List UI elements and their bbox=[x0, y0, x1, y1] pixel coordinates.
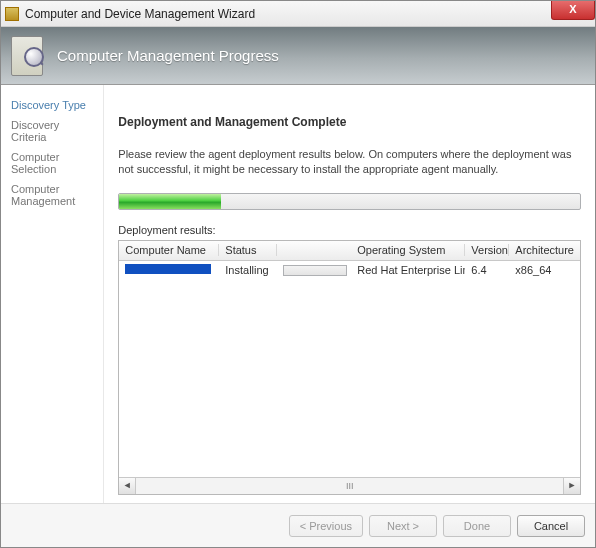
row-progress-bar bbox=[283, 265, 347, 276]
done-button[interactable]: Done bbox=[443, 515, 511, 537]
main-panel: Deployment and Management Complete Pleas… bbox=[104, 85, 595, 503]
sidebar-step-discovery-type[interactable]: Discovery Type bbox=[9, 95, 95, 115]
scroll-track[interactable]: III bbox=[136, 481, 563, 491]
magnifier-icon bbox=[11, 36, 43, 76]
sidebar-step-computer-selection[interactable]: Computer Selection bbox=[9, 147, 95, 179]
close-button[interactable]: X bbox=[551, 0, 595, 20]
app-icon bbox=[5, 7, 19, 21]
header-banner: Computer Management Progress bbox=[1, 27, 595, 85]
horizontal-scrollbar[interactable]: ◄ III ► bbox=[119, 477, 580, 494]
wizard-footer: < Previous Next > Done Cancel bbox=[1, 503, 595, 547]
cell-os: Red Hat Enterprise Linux bbox=[351, 264, 465, 276]
banner-title: Computer Management Progress bbox=[57, 47, 279, 64]
previous-button[interactable]: < Previous bbox=[289, 515, 363, 537]
cancel-button[interactable]: Cancel bbox=[517, 515, 585, 537]
sidebar-step-discovery-criteria[interactable]: Discovery Criteria bbox=[9, 115, 95, 147]
body-area: Discovery Type Discovery Criteria Comput… bbox=[1, 85, 595, 503]
table-header: Computer Name Status Operating System Ve… bbox=[119, 241, 580, 261]
next-button[interactable]: Next > bbox=[369, 515, 437, 537]
scroll-right-icon[interactable]: ► bbox=[563, 478, 580, 494]
cell-progress bbox=[277, 263, 351, 276]
scroll-left-icon[interactable]: ◄ bbox=[119, 478, 136, 494]
col-header-status[interactable]: Status bbox=[219, 244, 277, 256]
cell-version: 6.4 bbox=[465, 264, 509, 276]
col-header-architecture[interactable]: Architecture bbox=[509, 244, 580, 256]
redacted-name bbox=[125, 264, 211, 274]
overall-progress-bar bbox=[118, 193, 581, 210]
cell-status: Installing bbox=[219, 264, 277, 276]
col-header-computer-name[interactable]: Computer Name bbox=[119, 244, 219, 256]
cell-computer-name bbox=[119, 264, 219, 276]
table-row[interactable]: Installing Red Hat Enterprise Linux 6.4 … bbox=[119, 261, 580, 279]
page-title: Deployment and Management Complete bbox=[118, 115, 581, 129]
table-body: Installing Red Hat Enterprise Linux 6.4 … bbox=[119, 261, 580, 477]
title-bar: Computer and Device Management Wizard X bbox=[1, 1, 595, 27]
cell-arch: x86_64 bbox=[509, 264, 580, 276]
wizard-sidebar: Discovery Type Discovery Criteria Comput… bbox=[1, 85, 104, 503]
results-table: Computer Name Status Operating System Ve… bbox=[118, 240, 581, 495]
col-header-os[interactable]: Operating System bbox=[351, 244, 465, 256]
results-label: Deployment results: bbox=[118, 224, 581, 236]
col-header-version[interactable]: Version bbox=[465, 244, 509, 256]
page-description: Please review the agent deployment resul… bbox=[118, 147, 581, 177]
window-title: Computer and Device Management Wizard bbox=[25, 7, 255, 21]
overall-progress-fill bbox=[119, 194, 220, 209]
sidebar-step-computer-management[interactable]: Computer Management bbox=[9, 179, 95, 211]
